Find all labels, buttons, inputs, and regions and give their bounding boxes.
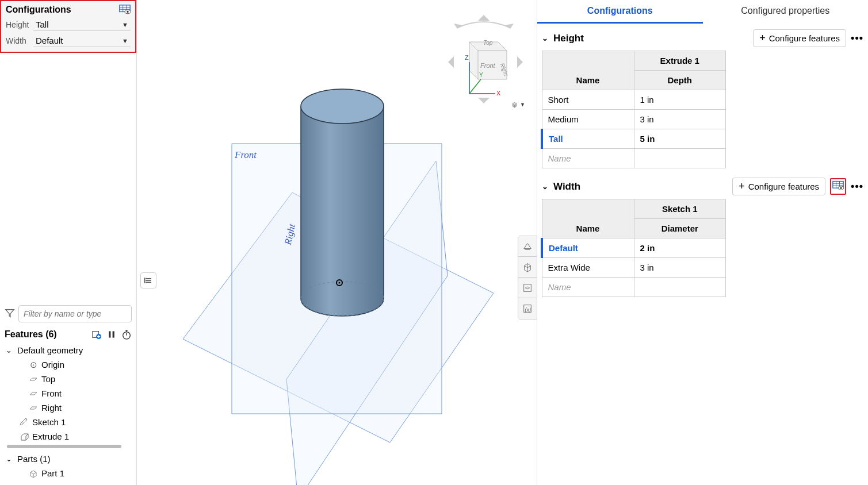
list-toggle-button[interactable] [140, 272, 156, 288]
col-depth: Depth [634, 71, 726, 90]
viewport-side-toolbar: (x) [518, 236, 537, 320]
config-section-height: ⌄ Height + Configure features ••• Name E… [537, 26, 868, 172]
svg-rect-9 [109, 331, 110, 337]
chevron-down-icon: ▼ [122, 21, 128, 28]
tree-item-right[interactable]: Right [3, 401, 133, 415]
configure-features-button[interactable]: + Configure features [753, 29, 846, 47]
plus-icon: + [739, 180, 745, 193]
toolbar-btn-4[interactable]: (x) [518, 298, 537, 319]
table-row[interactable]: Short1 in [542, 90, 726, 110]
part-icon [29, 469, 38, 478]
more-icon[interactable]: ••• [851, 32, 863, 44]
toolbar-btn-3[interactable] [518, 278, 537, 298]
width-config-table: Name Sketch 1 Diameter Default2 in Extra… [541, 199, 726, 297]
col-name: Name [542, 199, 634, 238]
toolbar-btn-1[interactable] [518, 236, 537, 257]
col-feature: Sketch 1 [634, 199, 726, 219]
default-geometry-group[interactable]: ⌄ Default geometry [3, 343, 133, 357]
tab-configurations[interactable]: Configurations [537, 0, 703, 24]
svg-point-21 [339, 282, 341, 284]
features-title: Features (6) [5, 329, 57, 340]
col-name: Name [542, 51, 634, 90]
svg-rect-10 [113, 331, 114, 337]
more-icon[interactable]: ••• [851, 180, 863, 193]
svg-text:Z: Z [465, 54, 469, 61]
filter-input[interactable] [18, 305, 132, 322]
origin-icon: ⊙ [29, 360, 38, 369]
scrollbar[interactable] [7, 445, 121, 448]
svg-line-27 [469, 79, 481, 94]
table-row[interactable]: Extra Wide3 in [542, 258, 726, 278]
svg-point-6 [127, 11, 128, 13]
tab-configured-properties[interactable]: Configured properties [703, 0, 869, 24]
svg-text:Top: Top [483, 40, 493, 46]
svg-text:Y: Y [479, 72, 483, 78]
table-row[interactable]: Medium3 in [542, 110, 726, 129]
pause-icon[interactable] [106, 329, 117, 340]
plane-icon [29, 403, 38, 413]
config-height-dropdown[interactable]: Tall ▼ [33, 18, 131, 31]
svg-text:Front: Front [480, 62, 496, 69]
config-height-label: Height [6, 20, 33, 29]
configure-features-button[interactable]: + Configure features [732, 178, 825, 195]
stopwatch-icon[interactable] [121, 329, 132, 340]
tree-item-part1[interactable]: Part 1 [3, 466, 133, 480]
chevron-down-icon[interactable]: ⌄ [542, 34, 550, 43]
config-width-dropdown[interactable]: Default ▼ [33, 34, 131, 47]
chevron-down-icon: ▼ [122, 37, 128, 44]
configurations-panel: Configurations Height Tall ▼ Width Defau… [0, 0, 136, 53]
table-row[interactable]: Default2 in [542, 238, 726, 258]
table-row-new[interactable]: Name [542, 278, 726, 297]
plane-icon [29, 389, 38, 398]
table-row[interactable]: Tall5 in [542, 129, 726, 149]
tree-item-extrude1[interactable]: Extrude 1 [3, 429, 133, 444]
chevron-down-icon: ⌄ [6, 455, 14, 463]
configuration-table-visibility-icon-highlighted[interactable] [830, 178, 846, 195]
configuration-table-visibility-icon[interactable] [119, 5, 131, 15]
col-feature: Extrude 1 [634, 51, 726, 71]
svg-text:X: X [496, 90, 501, 97]
display-mode-button[interactable]: ▼ [511, 98, 525, 111]
config-width-label: Width [6, 36, 33, 45]
toolbar-btn-2[interactable] [518, 257, 537, 278]
svg-text:(x): (x) [525, 307, 531, 313]
table-row-new[interactable]: Name [542, 149, 726, 168]
sketch-icon [20, 418, 29, 427]
extrude-icon [20, 432, 29, 441]
col-diameter: Diameter [634, 219, 726, 238]
svg-rect-31 [524, 284, 531, 291]
plus-icon: + [759, 32, 766, 44]
tree-item-sketch1[interactable]: Sketch 1 [3, 415, 133, 429]
configurations-title: Configurations [6, 5, 71, 15]
add-feature-icon[interactable] [91, 329, 102, 340]
height-config-table: Name Extrude 1 Depth Short1 in Medium3 i… [541, 51, 726, 168]
filter-icon[interactable] [5, 308, 15, 320]
3d-viewport[interactable]: Front Right Top Front Right X Y Z [137, 0, 537, 485]
parts-group[interactable]: ⌄ Parts (1) [3, 452, 133, 466]
config-section-width: ⌄ Width + Configure features ••• Name Sk… [537, 174, 868, 301]
chevron-down-icon: ⌄ [6, 346, 14, 355]
tree-item-front[interactable]: Front [3, 386, 133, 401]
tree-item-top[interactable]: Top [3, 372, 133, 386]
tree-item-origin[interactable]: ⊙ Origin [3, 357, 133, 372]
svg-point-44 [840, 187, 842, 189]
plane-label-front: Front [235, 149, 257, 161]
view-cube[interactable]: Top Front Right X Y Z [438, 5, 530, 108]
svg-point-18 [301, 89, 384, 124]
chevron-down-icon[interactable]: ⌄ [542, 182, 550, 191]
plane-icon [29, 375, 38, 384]
